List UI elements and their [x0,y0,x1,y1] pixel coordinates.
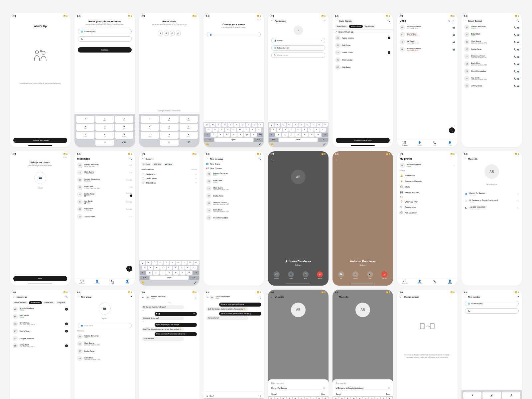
contact-row[interactable]: JDJohnny Deep📞 📹 [462,82,522,89]
numkey-5[interactable]: 5JKL [95,124,114,131]
contact-row[interactable]: ABAntonio BanderasOnline✓ [10,306,70,313]
next-button[interactable]: Next [13,276,67,281]
video-button[interactable]: 📹 [288,271,294,277]
flip-button[interactable]: 🔄 [338,271,344,277]
contact-row[interactable]: BDBob Dylan [332,42,393,49]
numkey-6[interactable]: 6MNO [180,124,198,131]
call-row[interactable]: ABAntonio Banderas↗ June 24, 18:30📹 [397,24,458,31]
numkey-4[interactable]: 4GHI [141,124,159,131]
numkey-2[interactable]: 2ABC [160,116,178,123]
new-call-fab[interactable]: 📞 [449,127,455,133]
tab-contacts[interactable]: 👤Contacts [412,278,428,286]
mute-button[interactable]: 🎤 [303,271,309,277]
numkey-1[interactable]: 1 [141,116,159,123]
numkey-1[interactable]: 1 [76,116,94,123]
invite-button[interactable]: 3 Invites to What's Up [336,138,390,143]
confirm-icon[interactable]: ✓ [324,20,326,22]
contact-row[interactable]: FMFloyd Mayweather [203,214,264,221]
minimize-icon[interactable]: ⌄ [271,158,273,161]
phone-input[interactable]: 📞| [78,36,132,42]
share-row[interactable]: ↗Share What's Up [332,29,393,34]
tab-profile[interactable]: 👤Profile [443,140,458,147]
delete-key[interactable]: ⌫ [180,140,198,146]
resend-link[interactable]: Didn't get the code? Resend code [142,110,196,112]
numkey-3[interactable]: 3DEF [115,116,133,123]
tab-messages[interactable]: 💬Messages [74,278,90,286]
contact-row[interactable]: DTDasha Taran [74,347,135,355]
compose-fab[interactable]: ✎ [126,266,132,272]
contact-row[interactable]: DJDwayne Johnson [10,335,70,342]
settings-row[interactable]: 💬Chats [397,184,458,190]
end-call-button[interactable]: ✕ [381,271,387,277]
contact-name-input[interactable]: 👤Selena✕ [271,38,325,43]
numkey-9[interactable]: 9WXYZ [180,132,198,139]
contact-row[interactable]: FMFloyd Mayweather📞 📹 [462,67,522,75]
continue-phone-button[interactable]: Continue with phone [13,138,67,143]
call-row[interactable]: ISItay Serah↗ June 21, 14:33📹 [397,38,458,46]
phone-input[interactable]: 📞| [465,308,519,314]
tab-calls[interactable]: 📞Calls [427,278,443,286]
tab-messages[interactable]: 💬Messages [397,140,412,147]
tab-profile[interactable]: 👤Profile [443,278,458,286]
contact-row[interactable]: CEChris EvansLast seen today at 8:40✓ [10,320,70,328]
contact-row[interactable]: AMAgnez Monica✓ [332,34,393,42]
call-row[interactable]: DTDasha Taran↙ June 24, 16:52📹 [397,31,458,38]
mic-key[interactable]: 🎤 [194,281,197,284]
more-icon[interactable]: ⋮ [453,20,455,22]
cancel-button[interactable]: Cancel [271,393,277,395]
message-row[interactable]: DTDasha Taran📷 PhotoYesterday1 [74,191,135,198]
contact-row[interactable]: CEChris EvansLast seen today at 8:40 [203,185,264,192]
contact-row[interactable]: EBEmily BluntLast seen today at 8:33 [203,207,264,214]
contact-row[interactable]: ISItay SerahLast seen today at 4:50📞 📹 [462,75,522,82]
contact-row[interactable]: EBEmily BluntLast seen today at 8:33 [74,355,135,362]
tab-calls[interactable]: 📞Calls [105,278,120,286]
message-row[interactable]: SJScarlett JohanssonThanks hy!Yesterday [74,176,135,184]
contact-row[interactable]: ABAntonio BanderasOnline📞 📹 [462,24,522,31]
tab-profile[interactable]: 👤Profile [120,278,135,286]
settings-row[interactable]: 🔔Notifications [397,173,458,178]
numkey-2[interactable]: 2ABC [95,116,114,123]
remove-icon[interactable]: ✕ [195,173,197,175]
contact-row[interactable]: DTDasha Taran📞 📹 [462,46,522,53]
contact-row[interactable]: ABAntonio BanderasOnline [74,333,135,340]
settings-row[interactable]: 💾Storage and Data [397,190,458,195]
numkey-7[interactable]: 7PQRS [141,132,159,139]
contact-row[interactable]: EBEmily BluntLast seen today at 8:33📞 📹 [462,60,522,67]
message-row[interactable]: EBEmily Blunt✓ 🎵 AudioYesterday [74,205,135,213]
group-photo-upload[interactable]: 📷 [99,303,111,315]
message-row[interactable]: ABAntonio BanderasYou're welcome9:39 [74,162,135,169]
contact-row[interactable]: CEChris EvansLast seen today at 8:40 [74,340,135,347]
remove-icon[interactable]: ✕ [195,177,197,180]
profile-row[interactable]: ABAntonio BanderasOnline› [397,162,458,169]
numkey-3[interactable]: 3DEF [180,116,198,123]
search-input[interactable]: Search... [146,158,197,160]
contact-row[interactable]: DTDasha Taran✓ [10,328,70,335]
upload-circle[interactable]: 📷 [34,172,46,184]
country-select[interactable]: 🌐Indonesia (+62) [78,29,132,34]
numkey-6[interactable]: 6MNO [115,124,133,131]
search-icon[interactable]: 🔍 [448,20,450,22]
numkey-2[interactable]: 2ABC [482,392,501,399]
contact-row[interactable]: BEBillie EillishOnline [10,313,70,320]
tab-contacts[interactable]: 👤Contacts [90,278,105,286]
message-row[interactable]: JDJohnny Deep3:18 [74,213,135,220]
search-icon[interactable]: 🔍 [516,20,519,22]
contact-row[interactable]: BEBillie EillishOnline📞 📹 [462,31,522,38]
otp-input[interactable]: 2406 [139,28,200,39]
numkey-1[interactable]: 1 [463,392,481,399]
bio-sheet-input[interactable]: UI Designer at Google (just dream)40 [336,386,390,390]
numkey-4[interactable]: 4GHI [76,124,94,131]
message-input[interactable]: Okay! [209,395,258,397]
end-call-button[interactable]: ✕ [317,271,323,277]
emoji-key[interactable]: 😊 [142,281,145,284]
contact-row[interactable]: DJDwayne JohnsonLast seen today at 6:02📞… [462,53,522,60]
more-icon[interactable]: ⋮ [195,296,197,299]
profile-field[interactable]: ⓘUI Designer at Google (just dream)Your … [462,198,522,204]
minimize-icon[interactable]: ⌄ [335,158,337,161]
search-icon[interactable]: 🔍 [387,20,390,22]
continue-button[interactable]: Continue [78,47,132,53]
search-icon[interactable]: 🔍 [129,158,132,160]
numkey-7[interactable]: 7PQRS [76,132,94,139]
emoji-key[interactable]: 😊 [206,143,209,146]
speaker-button[interactable]: 🔊 [274,271,280,277]
